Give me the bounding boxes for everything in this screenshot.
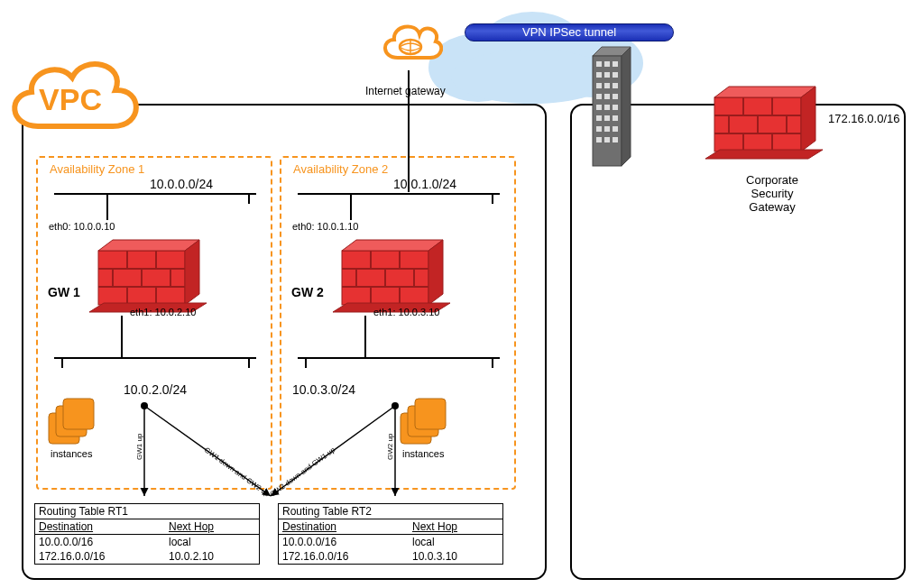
- az1-mid-line: [121, 316, 123, 357]
- internet-gateway-icon: [378, 16, 443, 70]
- corp-label: Corporate Security Gateway: [736, 173, 808, 214]
- lbl-gw1-up: GW1 up: [135, 433, 143, 460]
- rt1-r2-dest: 172.16.0.0/16: [39, 550, 169, 563]
- rt2-head-hop: Next Hop: [412, 520, 499, 533]
- az2-private-bus: [298, 357, 500, 359]
- rt2-r1-hop: local: [412, 536, 499, 548]
- svg-rect-57: [613, 94, 618, 99]
- svg-marker-15: [98, 240, 199, 251]
- az1-eth0: eth0: 10.0.0.10: [49, 221, 115, 232]
- az1-top-drop-right: [248, 193, 250, 204]
- vpn-tunnel-label: VPN IPSec tunnel: [522, 25, 616, 39]
- svg-marker-82: [705, 150, 823, 159]
- svg-rect-63: [613, 115, 618, 121]
- az1-bot-drop-left: [61, 357, 63, 368]
- svg-rect-20: [63, 399, 94, 429]
- svg-rect-68: [604, 137, 610, 142]
- svg-marker-16: [185, 240, 199, 305]
- lbl-gw2-up: GW2 up: [386, 433, 394, 460]
- svg-rect-46: [596, 61, 602, 67]
- svg-marker-31: [342, 240, 443, 251]
- az1-gw-label: GW 1: [48, 285, 80, 299]
- lbl-gw1-down: GW1 down and GW2 up: [203, 446, 272, 499]
- az2-title: Availability Zone 2: [293, 162, 388, 176]
- az2-top-drop-left: [350, 193, 352, 220]
- svg-rect-55: [596, 94, 602, 99]
- az1-instances-label: instances: [51, 448, 92, 459]
- svg-rect-53: [604, 83, 610, 88]
- routing-table-rt2: Routing Table RT2 Destination Next Hop 1…: [278, 503, 503, 565]
- az2-mid-line: [364, 316, 366, 357]
- rt2-r2-dest: 172.16.0.0/16: [282, 550, 412, 563]
- corp-cidr: 172.16.0.0/16: [828, 112, 900, 125]
- az2-bot-drop-left: [305, 357, 307, 368]
- svg-marker-32: [428, 240, 443, 305]
- rt1-r2-hop: 10.0.2.10: [169, 550, 255, 563]
- internet-gateway-label: Internet gateway: [365, 85, 446, 97]
- az2-public-cidr: 10.0.1.0/24: [393, 177, 456, 191]
- svg-rect-67: [596, 137, 602, 142]
- svg-rect-69: [613, 137, 618, 142]
- az1-public-cidr: 10.0.0.0/24: [150, 177, 213, 191]
- svg-rect-48: [613, 61, 618, 67]
- rt1-title: Routing Table RT1: [35, 504, 259, 519]
- corp-label-1: Corporate: [736, 173, 808, 187]
- rt1-r1-dest: 10.0.0.0/16: [39, 536, 169, 548]
- svg-rect-64: [596, 126, 602, 132]
- svg-rect-50: [604, 72, 610, 78]
- vpc-badge-icon: VPC: [0, 45, 144, 144]
- az2-eth1: eth1: 10.0.3.10: [373, 307, 439, 317]
- svg-rect-62: [604, 115, 610, 121]
- svg-marker-81: [801, 87, 815, 152]
- rt1-r1-hop: local: [169, 536, 255, 548]
- rt1-head-dest: Destination: [39, 520, 169, 533]
- building-icon: [591, 43, 632, 170]
- corp-label-2: Security: [736, 187, 808, 200]
- az1-bot-drop-right: [248, 357, 250, 368]
- svg-rect-49: [596, 72, 602, 78]
- rt1-head-hop: Next Hop: [169, 520, 255, 533]
- svg-rect-52: [596, 83, 602, 88]
- vpc-badge-text: VPC: [39, 82, 102, 116]
- svg-rect-54: [613, 83, 618, 88]
- svg-rect-65: [604, 126, 610, 132]
- svg-rect-51: [613, 72, 618, 78]
- az2-top-drop-right: [492, 193, 493, 204]
- az1-title: Availability Zone 1: [50, 162, 144, 176]
- rt2-r1-dest: 10.0.0.0/16: [282, 536, 412, 548]
- az2-gw-label: GW 2: [291, 285, 324, 299]
- lbl-gw2-down: GW2 down and GW1 up: [269, 446, 337, 499]
- svg-rect-56: [604, 94, 610, 99]
- az1-private-cidr: 10.0.2.0/24: [124, 382, 187, 397]
- az2-public-bus: [298, 193, 500, 195]
- az2-private-cidr: 10.0.3.0/24: [292, 382, 355, 397]
- az2-bot-drop-right: [492, 357, 493, 368]
- az1-private-bus: [54, 357, 256, 359]
- svg-rect-61: [596, 115, 602, 121]
- corp-label-3: Gateway: [736, 200, 808, 214]
- az1-top-drop-left: [106, 193, 108, 220]
- svg-rect-47: [604, 61, 610, 67]
- rt2-head-dest: Destination: [282, 520, 412, 533]
- svg-marker-45: [622, 47, 631, 166]
- rt2-title: Routing Table RT2: [279, 504, 502, 519]
- az2-eth0: eth0: 10.0.1.10: [292, 221, 358, 232]
- svg-marker-80: [714, 87, 815, 97]
- az1-eth1: eth1: 10.0.2.10: [130, 307, 196, 317]
- az1-public-bus: [54, 193, 256, 195]
- svg-rect-60: [613, 105, 618, 110]
- svg-rect-66: [613, 126, 618, 132]
- routing-table-rt1: Routing Table RT1 Destination Next Hop 1…: [34, 503, 260, 565]
- svg-rect-59: [604, 105, 610, 110]
- firewall-icon-corp: [702, 81, 828, 168]
- failover-arrows: GW1 up GW2 up GW1 down and GW2 up GW2 do…: [117, 397, 424, 514]
- rt2-r2-hop: 10.0.3.10: [412, 550, 499, 563]
- instances-icon-az1: [45, 397, 99, 449]
- svg-rect-58: [596, 105, 602, 110]
- svg-point-3: [451, 50, 613, 104]
- vpn-tunnel: VPN IPSec tunnel: [465, 23, 674, 41]
